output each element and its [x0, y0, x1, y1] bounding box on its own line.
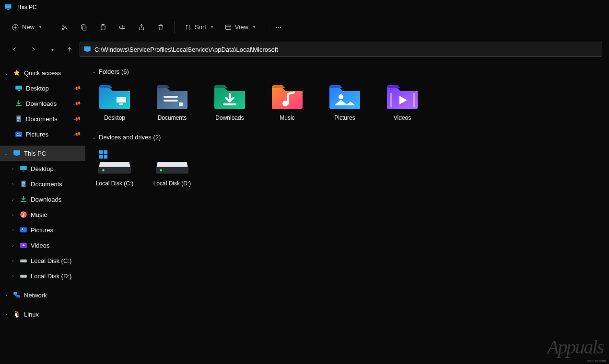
arrow-up-icon	[66, 46, 73, 53]
address-input[interactable]	[94, 42, 599, 57]
view-button[interactable]: View ▾	[220, 19, 260, 36]
svg-point-13	[278, 26, 279, 27]
downloads-folder-icon	[212, 83, 247, 111]
up-button[interactable]	[61, 42, 78, 57]
svg-point-32	[22, 261, 23, 262]
chevron-down-icon: ⌄	[3, 151, 10, 156]
drives-header-label: Devices and drives (2)	[99, 134, 161, 141]
new-button[interactable]: New ▾	[7, 19, 46, 36]
toolbar: New ▾ Sort ▾ View ▾	[0, 14, 609, 40]
sidebar-item-music[interactable]: › Music	[0, 207, 85, 222]
sidebar-item-pictures[interactable]: Pictures 📌	[0, 126, 85, 142]
sidebar-item-label: Desktop	[31, 165, 81, 172]
sidebar-item-label: Pictures	[31, 227, 81, 234]
folder-item-videos[interactable]: Videos	[381, 83, 424, 121]
sidebar-item-pictures-pc[interactable]: › Pictures	[0, 222, 85, 238]
chevron-down-icon: ▾	[51, 47, 54, 52]
pictures-folder-icon	[328, 83, 362, 111]
folder-item-music[interactable]: Music	[266, 83, 309, 121]
sidebar-item-videos[interactable]: › Videos	[0, 238, 85, 253]
drive-item-d[interactable]: Local Disk (D:)	[151, 148, 194, 187]
svg-point-54	[160, 169, 162, 171]
svg-rect-11	[226, 25, 231, 29]
sidebar-item-network[interactable]: › Network	[0, 287, 85, 303]
item-label: Documents	[158, 114, 187, 121]
sidebar-item-this-pc[interactable]: ⌄ This PC	[0, 146, 85, 161]
sidebar-item-label: Pictures	[26, 131, 71, 138]
share-button[interactable]	[133, 19, 150, 36]
toolbar-separator	[51, 21, 51, 34]
chevron-right-icon: ›	[3, 312, 10, 317]
sidebar-item-label: Network	[24, 292, 81, 299]
this-pc-icon	[83, 45, 92, 54]
plus-circle-icon	[12, 23, 19, 31]
svg-point-34	[22, 276, 23, 277]
arrow-left-icon	[12, 46, 18, 53]
svg-point-43	[339, 94, 343, 99]
desktop-folder-icon	[97, 83, 132, 111]
folders-header[interactable]: ⌄ Folders (6)	[91, 65, 603, 78]
sidebar-item-label: Documents	[26, 115, 71, 123]
sidebar-item-desktop[interactable]: Desktop 📌	[0, 80, 85, 96]
sidebar-item-drive-d[interactable]: › Local Disk (D:)	[0, 268, 85, 284]
drive-item-c[interactable]: Local Disk (C:)	[93, 148, 136, 187]
pictures-icon	[14, 130, 23, 138]
item-label: Pictures	[334, 114, 355, 121]
desktop-icon	[19, 164, 28, 173]
star-icon	[12, 68, 21, 77]
chevron-right-icon: ›	[10, 182, 16, 187]
documents-folder-icon	[155, 83, 189, 111]
folder-item-downloads[interactable]: Downloads	[208, 83, 251, 121]
rename-icon	[118, 23, 126, 31]
svg-point-14	[280, 26, 281, 27]
address-bar[interactable]	[80, 42, 602, 57]
drive-c-icon	[97, 148, 132, 176]
new-label: New	[22, 23, 35, 31]
svg-rect-23	[15, 156, 18, 157]
clipboard-icon	[99, 23, 107, 31]
recent-button[interactable]: ▾	[43, 42, 59, 57]
sort-button[interactable]: Sort ▾	[179, 19, 218, 36]
sort-icon	[184, 23, 192, 31]
svg-point-52	[102, 169, 104, 171]
sidebar-item-downloads-pc[interactable]: › Downloads	[0, 192, 85, 207]
sidebar-item-downloads[interactable]: Downloads 📌	[0, 96, 85, 111]
folder-item-documents[interactable]: Documents	[151, 83, 194, 121]
sidebar-item-drive-c[interactable]: › Local Disk (C:)	[0, 253, 85, 268]
paste-button[interactable]	[94, 19, 112, 36]
sidebar-item-label: Videos	[31, 242, 81, 249]
folder-item-pictures[interactable]: Pictures	[323, 83, 366, 121]
svg-rect-22	[13, 150, 20, 155]
delete-button[interactable]	[152, 19, 169, 36]
drives-header[interactable]: ⌄ Devices and drives (2)	[91, 131, 603, 144]
svg-rect-40	[164, 100, 178, 102]
ellipsis-icon	[275, 23, 282, 31]
sidebar-item-desktop-pc[interactable]: › Desktop	[0, 161, 85, 176]
linux-icon: 🐧	[12, 310, 21, 318]
cut-button[interactable]	[56, 19, 73, 36]
chevron-right-icon: ›	[10, 197, 16, 202]
copy-button[interactable]	[75, 19, 93, 36]
svg-rect-37	[117, 97, 126, 102]
svg-rect-6	[82, 26, 86, 30]
sidebar-item-quick-access[interactable]: ⌄ Quick access	[0, 65, 85, 80]
documents-icon	[14, 114, 23, 123]
videos-icon	[19, 241, 28, 250]
svg-rect-48	[104, 150, 107, 154]
folder-item-desktop[interactable]: Desktop	[93, 83, 136, 121]
svg-point-12	[276, 26, 277, 27]
item-label: Local Disk (C:)	[96, 180, 134, 187]
sidebar-item-linux[interactable]: › 🐧 Linux	[0, 307, 85, 322]
sidebar-item-documents-pc[interactable]: › Documents	[0, 176, 85, 192]
sidebar-item-documents[interactable]: Documents 📌	[0, 111, 85, 126]
rename-button[interactable]	[114, 19, 131, 36]
downloads-icon	[14, 99, 23, 108]
more-button[interactable]	[270, 19, 287, 36]
pin-icon: 📌	[73, 99, 82, 108]
back-button[interactable]	[7, 42, 23, 57]
downloads-icon	[19, 195, 28, 204]
item-label: Local Disk (D:)	[153, 180, 191, 187]
scissors-icon	[61, 23, 69, 31]
forward-button[interactable]	[25, 42, 41, 57]
item-label: Downloads	[215, 114, 244, 121]
